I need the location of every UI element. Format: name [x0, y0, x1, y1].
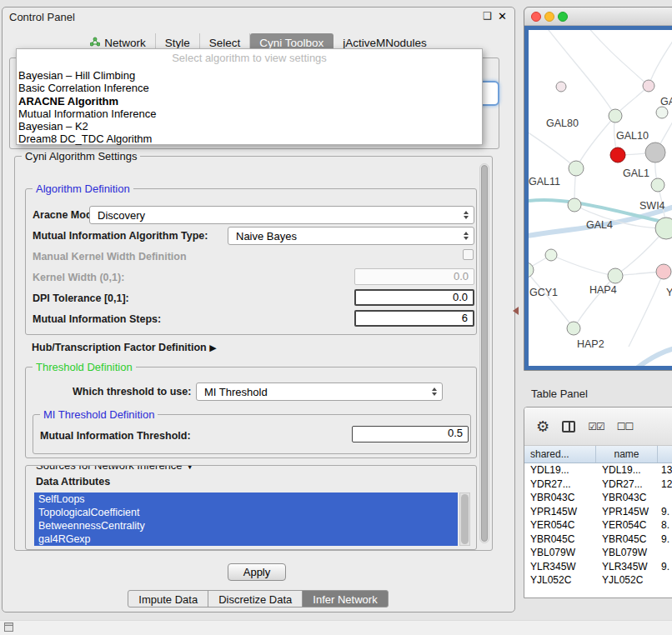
- status-strip: [0, 620, 672, 635]
- float-window-icon[interactable]: ❑: [483, 10, 492, 22]
- table-row[interactable]: YER054CYER054C8.: [524, 518, 672, 532]
- table-cell: 8.: [658, 519, 672, 531]
- table-cell: YBR045C: [524, 533, 596, 545]
- network-edge[interactable]: [629, 272, 664, 347]
- minimize-traffic-icon[interactable]: [544, 12, 554, 22]
- which-threshold-label: Which threshold to use:: [73, 386, 191, 398]
- settings-scrollbar[interactable]: [479, 163, 489, 543]
- scrollbar-thumb[interactable]: [461, 494, 469, 544]
- deselect-all-icon[interactable]: ☐☐: [617, 421, 634, 432]
- kernel-width-label: Kernel Width (0,1):: [33, 272, 124, 283]
- minimized-panel-icon[interactable]: [4, 622, 13, 632]
- attribute-item[interactable]: SelfLoops: [34, 492, 458, 506]
- scrollbar-thumb[interactable]: [481, 165, 488, 542]
- table-row[interactable]: YDR27...YDR27...12: [524, 478, 672, 492]
- mi-steps-label: Mutual Information Steps:: [33, 313, 161, 325]
- close-icon[interactable]: ✕: [498, 10, 507, 22]
- sources-group: Sources for Network Inference ▼ Data Att…: [25, 465, 477, 550]
- algorithm-popup-item[interactable]: Dream8 DC_TDC Algorithm: [17, 132, 482, 145]
- which-threshold-select[interactable]: MI Threshold: [196, 382, 443, 401]
- table-row[interactable]: YBR045CYBR045C9.: [524, 532, 672, 547]
- manual-kernel-checkbox[interactable]: [463, 249, 474, 260]
- network-node-label: GAL80: [546, 118, 579, 129]
- window-title: Control Panel: [9, 11, 75, 23]
- aracne-mode-select[interactable]: Discovery: [89, 206, 474, 224]
- dpi-tolerance-field[interactable]: 0.0: [354, 289, 474, 306]
- algorithm-popup-item[interactable]: Mutual Information Inference: [17, 108, 482, 120]
- chevron-down-icon: ▼: [185, 465, 194, 471]
- panel-splitter-handle[interactable]: [513, 307, 519, 315]
- table-row[interactable]: YPR145WYPR145W9.: [524, 505, 672, 519]
- sources-legend[interactable]: Sources for Network Inference ▼: [33, 465, 198, 472]
- column-header-partial[interactable]: [658, 446, 672, 462]
- tab-label: Select: [209, 37, 241, 49]
- network-edge[interactable]: [551, 255, 615, 276]
- threshold-definition-title: Threshold Definition: [33, 361, 136, 373]
- network-edge[interactable]: [576, 116, 615, 168]
- attributes-list-scrollbar[interactable]: [459, 492, 470, 546]
- mi-threshold-label: Mutual Information Threshold:: [40, 430, 191, 442]
- network-node[interactable]: [545, 249, 557, 261]
- mi-steps-field[interactable]: 6: [354, 310, 474, 327]
- network-node-label: HAP4: [589, 284, 617, 296]
- network-node[interactable]: [567, 322, 580, 335]
- table-row[interactable]: YBR043CYBR043C: [524, 491, 672, 505]
- algorithm-popup-item[interactable]: Bayesian – Hill Climbing: [17, 69, 482, 82]
- tab-discretize-data[interactable]: Discretize Data: [208, 590, 303, 608]
- network-window-titlebar[interactable]: [524, 8, 672, 26]
- table-cell: YDL19...: [524, 464, 596, 476]
- network-edge[interactable]: [627, 343, 672, 366]
- tab-infer-network[interactable]: Infer Network: [302, 590, 388, 608]
- columns-icon[interactable]: [562, 421, 575, 432]
- network-node[interactable]: [645, 142, 665, 162]
- table-row[interactable]: YJL052CYJL052C: [524, 573, 672, 588]
- attribute-item[interactable]: gal4RGexp: [34, 532, 458, 546]
- mi-type-select[interactable]: Naive Bayes: [228, 227, 474, 245]
- network-edge[interactable]: [587, 30, 649, 86]
- table-panel-window: ⚙ ☑☑ ☐☐ shared... name YDL19...YDL19...1…: [524, 407, 672, 598]
- mi-threshold-field[interactable]: 0.5: [352, 426, 469, 442]
- network-node-label: SWI4: [639, 200, 665, 212]
- network-node[interactable]: [529, 262, 534, 278]
- network-node-label: GCY1: [529, 287, 558, 298]
- table-row[interactable]: YLR345WYLR345W9.: [524, 560, 672, 574]
- network-node[interactable]: [609, 109, 622, 122]
- network-node[interactable]: [556, 82, 566, 92]
- algorithm-popup-item[interactable]: ARACNE Algorithm: [17, 95, 482, 108]
- network-node[interactable]: [569, 161, 584, 176]
- kernel-width-field[interactable]: 0.0: [354, 268, 474, 285]
- network-edge[interactable]: [545, 30, 615, 116]
- network-node-label: GAL10: [616, 130, 649, 142]
- gear-icon[interactable]: ⚙: [536, 418, 549, 436]
- column-header-shared-name[interactable]: shared...: [524, 446, 596, 462]
- table-row[interactable]: YDL19...YDL19...13: [524, 463, 672, 478]
- mi-type-label: Mutual Information Algorithm Type:: [33, 230, 208, 242]
- algorithm-popup-item[interactable]: Bayesian – K2: [17, 120, 482, 132]
- manual-kernel-label: Manual Kernel Width Definition: [33, 251, 187, 262]
- network-edge[interactable]: [529, 270, 574, 328]
- attribute-item[interactable]: TopologicalCoefficient: [34, 506, 458, 519]
- network-edge[interactable]: [649, 30, 672, 86]
- column-header-name[interactable]: name: [596, 446, 658, 462]
- zoom-traffic-icon[interactable]: [558, 12, 568, 22]
- network-canvas[interactable]: GAL80GAL10GAL11GAL1SWI4GAL4GCY1HAP4HAP2G…: [529, 30, 672, 366]
- apply-button[interactable]: Apply: [228, 563, 286, 581]
- network-node[interactable]: [651, 178, 664, 192]
- network-node[interactable]: [656, 107, 668, 118]
- table-cell: YLR345W: [596, 561, 658, 572]
- attribute-item[interactable]: BetweennessCentrality: [34, 519, 458, 532]
- table-cell: YDR27...: [524, 478, 596, 490]
- network-node[interactable]: [568, 198, 581, 212]
- table-row[interactable]: YBL079WYBL079W: [524, 546, 672, 560]
- network-node[interactable]: [610, 148, 625, 162]
- close-traffic-icon[interactable]: [531, 12, 541, 22]
- network-edge[interactable]: [529, 130, 576, 168]
- network-node[interactable]: [608, 268, 623, 283]
- hub-factor-section[interactable]: Hub/Transcription Factor Definition ▶: [32, 342, 217, 353]
- algorithm-popup-item[interactable]: Basic Correlation Inference: [17, 82, 482, 94]
- mi-type-value: Naive Bayes: [236, 230, 297, 242]
- tab-impute-data[interactable]: Impute Data: [128, 590, 208, 608]
- select-all-icon[interactable]: ☑☑: [588, 421, 604, 432]
- network-node[interactable]: [656, 264, 671, 279]
- network-node[interactable]: [643, 80, 654, 92]
